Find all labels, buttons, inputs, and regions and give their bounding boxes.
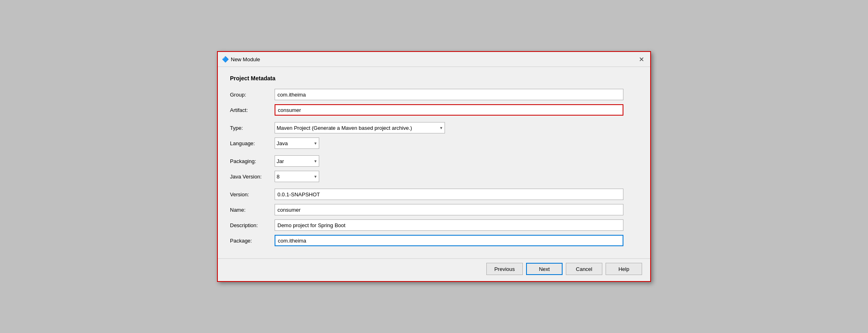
new-module-dialog: 🔷 New Module ✕ Project Metadata Group: A… — [217, 51, 651, 282]
language-row: Language: Java Kotlin Groovy — [230, 137, 638, 149]
package-label: Package: — [230, 238, 275, 244]
artifact-input[interactable] — [275, 104, 623, 116]
group-label: Group: — [230, 92, 275, 98]
packaging-row: Packaging: Jar War — [230, 155, 638, 167]
package-row: Package: — [230, 235, 638, 246]
language-label: Language: — [230, 140, 275, 146]
type-select-wrapper: Maven Project (Generate a Maven based pr… — [275, 122, 445, 133]
version-input[interactable] — [275, 189, 623, 200]
packaging-label: Packaging: — [230, 158, 275, 164]
description-label: Description: — [230, 222, 275, 228]
language-select-wrapper: Java Kotlin Groovy — [275, 137, 319, 149]
next-button[interactable]: Next — [526, 263, 563, 275]
previous-button[interactable]: Previous — [486, 263, 523, 275]
package-input[interactable] — [275, 235, 623, 246]
name-row: Name: — [230, 204, 638, 215]
java-version-select-wrapper: 8 11 17 21 — [275, 171, 319, 182]
description-input[interactable] — [275, 219, 623, 231]
help-button[interactable]: Help — [606, 263, 642, 275]
java-version-select[interactable]: 8 11 17 21 — [275, 171, 319, 182]
cancel-button[interactable]: Cancel — [566, 263, 602, 275]
version-label: Version: — [230, 191, 275, 198]
java-version-row: Java Version: 8 11 17 21 — [230, 171, 638, 182]
close-button[interactable]: ✕ — [636, 54, 646, 64]
dialog-icon: 🔷 — [222, 56, 228, 62]
description-row: Description: — [230, 219, 638, 231]
title-bar-left: 🔷 New Module — [222, 56, 260, 62]
group-row: Group: — [230, 89, 638, 100]
language-select[interactable]: Java Kotlin Groovy — [275, 137, 319, 149]
name-input[interactable] — [275, 204, 623, 215]
dialog-title: New Module — [231, 56, 260, 62]
packaging-select[interactable]: Jar War — [275, 155, 319, 167]
java-version-label: Java Version: — [230, 174, 275, 180]
packaging-select-wrapper: Jar War — [275, 155, 319, 167]
name-label: Name: — [230, 207, 275, 213]
dialog-content: Project Metadata Group: Artifact: Type: … — [218, 67, 650, 258]
type-select[interactable]: Maven Project (Generate a Maven based pr… — [275, 122, 445, 133]
version-row: Version: — [230, 189, 638, 200]
dialog-footer: Previous Next Cancel Help — [218, 258, 650, 281]
artifact-row: Artifact: — [230, 104, 638, 116]
artifact-label: Artifact: — [230, 107, 275, 113]
group-input[interactable] — [275, 89, 623, 100]
section-title: Project Metadata — [230, 75, 638, 82]
type-label: Type: — [230, 125, 275, 131]
title-bar: 🔷 New Module ✕ — [218, 52, 650, 67]
type-row: Type: Maven Project (Generate a Maven ba… — [230, 122, 638, 133]
